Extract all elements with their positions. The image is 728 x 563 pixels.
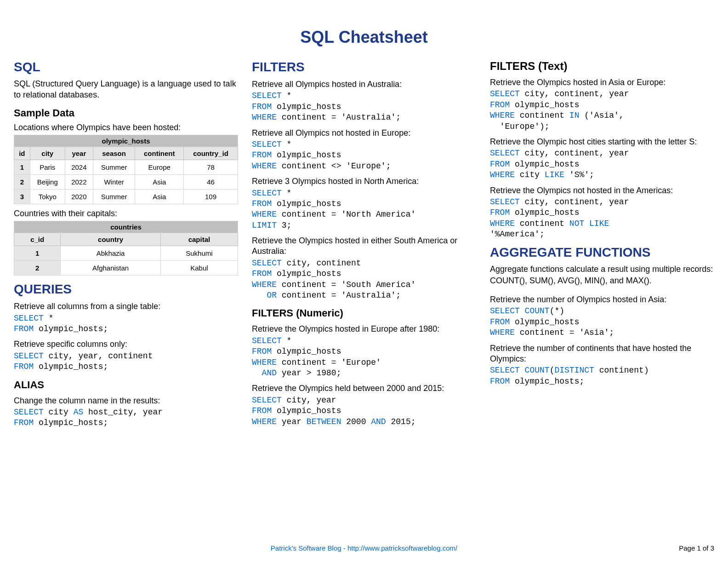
- query-desc: Retrieve the number of Olympics hosted i…: [490, 294, 714, 305]
- olympic-hosts-table: olympic_hosts id city year season contin…: [14, 135, 238, 204]
- table-row: 3 Tokyo 2020 Summer Asia 109: [14, 189, 238, 204]
- table-row: 1 Abkhazia Sukhumi: [14, 246, 238, 261]
- code-block: SELECT * FROM olympic_hosts WHERE contin…: [252, 139, 476, 172]
- query-desc: Retrieve specific columns only:: [14, 339, 238, 350]
- query-desc: Retrieve the Olympics hosted in Europe a…: [252, 324, 476, 334]
- table-header: continent: [135, 147, 184, 160]
- queries-heading: QUERIES: [14, 282, 238, 297]
- table-row: 2 Beijing 2022 Winter Asia 46: [14, 174, 238, 189]
- query-desc: Retrieve the number of continents that h…: [490, 343, 714, 365]
- table-header: c_id: [14, 233, 61, 246]
- table1-name: olympic_hosts: [14, 135, 238, 147]
- aggregate-intro: Aggregate functions calculate a result u…: [490, 264, 714, 286]
- query-block: Retrieve all columns from a single table…: [14, 301, 238, 334]
- footer-link[interactable]: Patrick's Software Blog - http://www.pat…: [14, 544, 714, 552]
- sql-heading: SQL: [14, 60, 238, 75]
- query-block: Retrieve all Olympics hosted in Australi…: [252, 79, 476, 123]
- code-block: SELECT city, year FROM olympic_hosts WHE…: [252, 395, 476, 427]
- table-header: id: [14, 147, 30, 160]
- code-block: SELECT city, continent, year FROM olympi…: [490, 89, 714, 132]
- table-header: season: [93, 147, 135, 160]
- sql-intro-text: SQL (Structured Query Language) is a lan…: [14, 78, 238, 101]
- query-block: Change the column name in the results: S…: [14, 396, 238, 429]
- query-block: Retrieve the Olympics hosted in either S…: [252, 236, 476, 301]
- column-2: FILTERS Retrieve all Olympics hosted in …: [252, 60, 476, 431]
- table1-caption: Locations where Olympics have been hoste…: [14, 122, 238, 133]
- query-block: Retrieve all Olympics not hosted in Euro…: [252, 128, 476, 172]
- table-row: 2 Afghanistan Kabul: [14, 261, 238, 276]
- query-desc: Retrieve the Olympic host cities startin…: [490, 137, 714, 147]
- table-header: country: [61, 233, 160, 246]
- column-3: FILTERS (Text) Retrieve the Olympics hos…: [490, 60, 714, 431]
- filters-numeric-heading: FILTERS (Numeric): [252, 307, 476, 319]
- query-desc: Retrieve all columns from a single table…: [14, 301, 238, 312]
- page-title: SQL Cheatsheet: [14, 28, 714, 47]
- code-block: SELECT city, continent, year FROM olympi…: [490, 197, 714, 240]
- code-block: SELECT * FROM olympic_hosts;: [14, 313, 238, 335]
- query-block: Retrieve the Olympic host cities startin…: [490, 137, 714, 181]
- query-desc: Retrieve all Olympics hosted in Australi…: [252, 79, 476, 90]
- code-block: SELECT * FROM olympic_hosts WHERE contin…: [252, 336, 476, 379]
- table-header: year: [65, 147, 93, 160]
- content-columns: SQL SQL (Structured Query Language) is a…: [14, 60, 714, 431]
- table2-caption: Countries with their capitals:: [14, 208, 238, 219]
- query-block: Retrieve the Olympics hosted in Asia or …: [490, 77, 714, 132]
- query-block: Retrieve the Olympics hosted in Europe a…: [252, 324, 476, 379]
- alias-heading: ALIAS: [14, 379, 238, 391]
- code-block: SELECT COUNT(*) FROM olympic_hosts WHERE…: [490, 306, 714, 338]
- table-header: country_id: [184, 147, 238, 160]
- code-block: SELECT COUNT(DISTINCT continent) FROM ol…: [490, 365, 714, 387]
- query-desc: Retrieve the Olympics hosted in Asia or …: [490, 77, 714, 88]
- page-number: Page 1 of 3: [679, 544, 714, 552]
- column-1: SQL SQL (Structured Query Language) is a…: [14, 60, 238, 431]
- query-block: Retrieve the number of continents that h…: [490, 343, 714, 387]
- filters-heading: FILTERS: [252, 60, 476, 75]
- query-block: Retrieve specific columns only: SELECT c…: [14, 339, 238, 372]
- table-header: city: [30, 147, 65, 160]
- query-desc: Retrieve 3 Olympics hosted in North Amer…: [252, 176, 476, 187]
- code-block: SELECT * FROM olympic_hosts WHERE contin…: [252, 91, 476, 123]
- query-block: Retrieve the Olympics not hosted in the …: [490, 185, 714, 240]
- code-block: SELECT city, continent FROM olympic_host…: [252, 258, 476, 301]
- query-desc: Retrieve the Olympics hosted in either S…: [252, 236, 476, 257]
- query-desc: Retrieve the Olympics held between 2000 …: [252, 383, 476, 394]
- aggregate-heading: AGGREGATE FUNCTIONS: [490, 245, 714, 260]
- query-desc: Retrieve the Olympics not hosted in the …: [490, 185, 714, 196]
- table-row: 1 Paris 2024 Summer Europe 78: [14, 160, 238, 174]
- countries-table: countries c_id country capital 1 Abkhazi…: [14, 221, 238, 276]
- code-block: SELECT city, year, continent FROM olympi…: [14, 351, 238, 373]
- filters-text-heading: FILTERS (Text): [490, 60, 714, 73]
- table2-name: countries: [14, 221, 238, 233]
- page-footer: Patrick's Software Blog - http://www.pat…: [14, 544, 714, 552]
- code-block: SELECT city AS host_city, year FROM olym…: [14, 407, 238, 429]
- sample-data-heading: Sample Data: [14, 107, 238, 119]
- query-block: Retrieve the Olympics held between 2000 …: [252, 383, 476, 427]
- query-desc: Retrieve all Olympics not hosted in Euro…: [252, 128, 476, 138]
- code-block: SELECT city, continent, year FROM olympi…: [490, 148, 714, 180]
- code-block: SELECT * FROM olympic_hosts WHERE contin…: [252, 188, 476, 231]
- query-block: Retrieve 3 Olympics hosted in North Amer…: [252, 176, 476, 231]
- table-header: capital: [160, 233, 238, 246]
- query-block: Retrieve the number of Olympics hosted i…: [490, 294, 714, 339]
- query-desc: Change the column name in the results:: [14, 396, 238, 406]
